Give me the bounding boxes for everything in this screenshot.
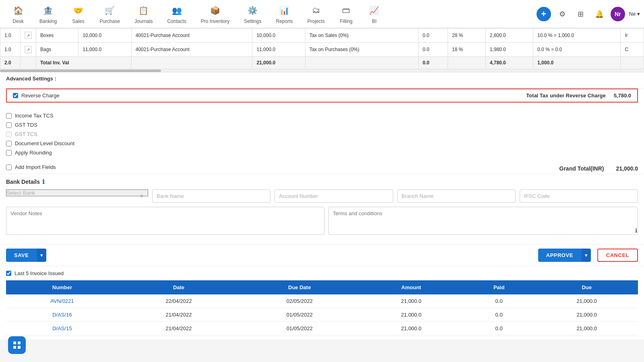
bottom-left-menu-icon[interactable]	[8, 336, 26, 339]
total-tax-cell: 4,780.0	[485, 57, 533, 69]
bank-name-input[interactable]	[152, 189, 270, 203]
right-buttons: APPROVE ▾ CANCEL	[538, 249, 638, 262]
nav-item-desk[interactable]: 🏠 Desk	[4, 1, 32, 27]
document-level-discount-checkbox[interactable]	[6, 141, 12, 146]
income-tax-tcs-item: Income Tax TCS	[6, 111, 638, 120]
grid-icon[interactable]: ⊞	[574, 7, 588, 21]
select-bank-dropdown[interactable]: Select Bank	[6, 189, 148, 196]
tax-pct-cell: 18 %	[448, 43, 486, 57]
total-qty: 2.0	[0, 57, 21, 69]
filling-icon: 🗃	[340, 4, 353, 17]
col-due-date: Due Date	[239, 280, 360, 294]
add-button[interactable]: +	[537, 7, 551, 21]
reverse-charge-row: Reverse Charge Total Tax under Reverse C…	[6, 88, 638, 103]
reverse-charge-checkbox[interactable]	[13, 93, 18, 98]
nav-label-sales: Sales	[72, 19, 84, 24]
add-import-fields-label: Add Import Fields	[15, 164, 56, 170]
table-row: 1.0 ↗ Boxes 10,000.0 40021-Purchase Acco…	[0, 29, 644, 43]
nav-item-settings[interactable]: ⚙️ Settings	[237, 1, 268, 27]
amount-value: 10,000.0	[256, 33, 275, 38]
external-link-icon[interactable]: ↗	[25, 32, 32, 39]
total-discount-cell: 0.0	[418, 57, 448, 69]
approve-button[interactable]: APPROVE	[538, 249, 581, 262]
amount-cell: 11,000.0	[252, 43, 305, 57]
nav-item-contacts[interactable]: 👥 Contacts	[160, 1, 193, 27]
document-level-discount-label: Document Level Discount	[15, 140, 74, 146]
user-avatar[interactable]: Nr	[611, 7, 625, 21]
nav-label-settings: Settings	[244, 19, 261, 24]
bi-icon: 📈	[368, 4, 381, 17]
invoice-list-header-row: Number Date Due Date Amount Paid Due	[6, 280, 638, 294]
tax-pct-value: 28 %	[452, 33, 463, 38]
invoice-number-link[interactable]: D/AS/16	[52, 312, 72, 318]
col-number: Number	[6, 280, 118, 294]
account-cell: 40021-Purchase Account	[131, 43, 252, 57]
nav-label-journals: Journals	[134, 19, 153, 24]
last-5-invoice-label: Last 5 Invoice Issued	[14, 270, 64, 276]
nav-item-reports[interactable]: 📊 Reports	[269, 1, 300, 27]
nav-item-projects[interactable]: 🗂 Projects	[300, 1, 332, 27]
bank-details-section: Bank Details ℹ Select Bank ▼	[0, 174, 644, 244]
nav-item-purchase[interactable]: 🛒 Purchase	[92, 1, 127, 27]
account-number-field	[275, 189, 393, 203]
save-button-group: SAVE ▾	[6, 249, 46, 262]
tax-amt-cell: 2,800.0	[485, 29, 533, 43]
terms-conditions-textarea[interactable]	[328, 207, 638, 235]
terms-info-icon: ℹ	[635, 227, 637, 234]
invoice-amount-cell: 21,000.0	[360, 294, 462, 308]
invoice-number-link[interactable]: D/AS/15	[52, 325, 72, 331]
total-total-cell: 1,000.0	[533, 57, 621, 69]
add-import-fields-checkbox[interactable]	[6, 165, 12, 170]
reverse-charge-label: Reverse Charge	[21, 93, 60, 99]
invoice-number-link[interactable]: AVN/0221	[50, 298, 74, 304]
vendor-notes-textarea[interactable]	[6, 207, 324, 235]
apply-rounding-item: Apply Rounding	[6, 148, 638, 157]
main-content: 1.0 ↗ Boxes 10,000.0 40021-Purchase Acco…	[0, 28, 644, 339]
external-link-icon[interactable]: ↗	[25, 46, 32, 53]
last-invoice-section: Last 5 Invoice Issued Number Date Due Da…	[0, 266, 644, 339]
nav-item-sales[interactable]: 🤝 Sales	[64, 1, 92, 27]
approve-dropdown-button[interactable]: ▾	[581, 249, 591, 262]
horizontal-scrollbar[interactable]	[0, 69, 644, 72]
scrollbar-thumb[interactable]	[0, 70, 161, 72]
total-cell: 10.0 % = 1,000.0	[533, 29, 621, 43]
invoice-due-cell: 21,000.0	[535, 308, 638, 322]
rate-value: 10,000.0	[83, 33, 101, 38]
gear-icon[interactable]: ⚙	[555, 7, 570, 21]
save-dropdown-button[interactable]: ▾	[37, 249, 46, 262]
bell-icon[interactable]: 🔔	[592, 7, 607, 21]
cancel-button[interactable]: CANCEL	[597, 249, 638, 262]
last-invoice-check: Last 5 Invoice Issued	[6, 270, 638, 276]
income-tax-tcs-checkbox[interactable]	[6, 113, 12, 119]
nav-item-banking[interactable]: 🏦 Banking	[32, 1, 64, 27]
col-amount: Amount	[360, 280, 462, 294]
extra-value: Ir	[625, 33, 627, 38]
notes-row: ℹ	[6, 207, 638, 236]
journals-icon: 📋	[137, 4, 150, 17]
reverse-charge-right: Total Tax under Reverse Charge 5,780.0	[526, 93, 631, 99]
save-button[interactable]: SAVE	[6, 249, 37, 262]
reverse-charge-total-label: Total Tax under Reverse Charge	[526, 93, 605, 99]
apply-rounding-checkbox[interactable]	[6, 150, 12, 156]
advanced-settings-section: Advanced Settings :	[0, 72, 644, 88]
top-navigation: 🏠 Desk 🏦 Banking 🤝 Sales 🛒 Purchase 📋 Jo…	[0, 0, 644, 28]
last-5-invoice-checkbox[interactable]	[6, 271, 11, 276]
nav-item-journals[interactable]: 📋 Journals	[127, 1, 160, 27]
ifsc-input[interactable]	[520, 189, 638, 203]
qty-value: 1.0	[4, 33, 11, 38]
col-date: Date	[118, 280, 239, 294]
gst-tds-checkbox[interactable]	[6, 122, 12, 128]
product-value: Boxes	[40, 33, 54, 38]
gst-tcs-item: GST TCS	[6, 130, 638, 139]
nav-item-pro-inventory[interactable]: 📦 Pro Inventory	[194, 1, 237, 27]
nav-item-filling[interactable]: 🗃 Filling	[332, 1, 360, 27]
rate-cell: 10,000.0	[78, 29, 131, 43]
desk-icon: 🏠	[12, 4, 25, 17]
language-selector[interactable]: Ne ▾	[629, 11, 640, 17]
advanced-settings-title: Advanced Settings :	[6, 76, 638, 82]
bank-name-field	[152, 189, 270, 203]
branch-name-input[interactable]	[397, 189, 516, 203]
account-number-input[interactable]	[275, 189, 393, 203]
nav-item-bi[interactable]: 📈 BI	[360, 1, 388, 27]
discount-value: 0.0	[423, 33, 429, 38]
